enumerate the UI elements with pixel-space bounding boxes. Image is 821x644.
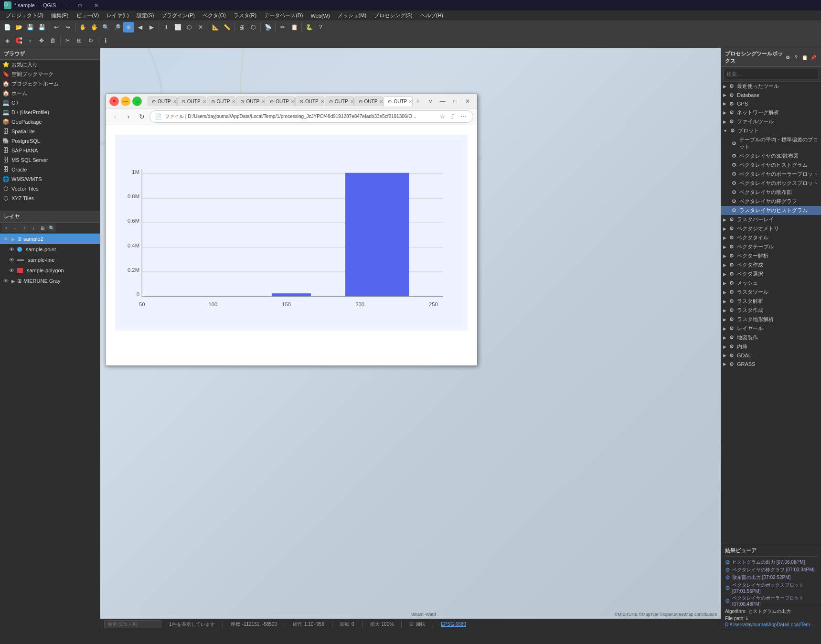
tb-snap[interactable]: 🧲 [13,35,24,46]
rp-settings-btn[interactable]: ⚙ [784,54,791,61]
rp-group-grass[interactable]: ▶ ⚙ GRASS [721,360,821,368]
layer-filter-btn[interactable]: 🔍 [47,224,56,232]
vis-icon-polygon[interactable]: 👁 [8,267,15,274]
addr-more-btn[interactable]: ⋯ [458,112,468,121]
vis-icon-point[interactable]: 👁 [8,246,15,253]
rp-group-file[interactable]: ▶ ⚙ ファイルツール [721,117,821,126]
tab-outp-7[interactable]: ⊙ OUTP ✕ [325,97,354,106]
map-area[interactable]: ©MIERUNE ©MapTiler ©OpenStreetMap contri… [100,48,721,619]
layer-sample-point[interactable]: 👁 sample-point [0,244,100,255]
tab-close-3[interactable]: ✕ [232,99,235,104]
tb-zoom-out[interactable]: 🔎 [112,22,122,32]
bw-win-minimize[interactable]: — [437,96,448,107]
tb-move[interactable]: ✥ [36,35,47,46]
layer-group-btn[interactable]: ⊞ [38,224,47,232]
tab-close-9[interactable]: ✕ [409,99,413,104]
rp-group-recent[interactable]: ▶ ⚙ 最近使ったツール [721,82,821,91]
browser-item-vector-tiles[interactable]: ⬡ Vector Tiles [0,184,100,193]
menu-view[interactable]: ビュー(V) [73,11,103,20]
rp-group-raster-terrain[interactable]: ▶ ⚙ ラスタ地形解析 [721,315,821,324]
nav-back-button[interactable]: ‹ [109,111,121,122]
nav-forward-button[interactable]: › [123,111,134,122]
result-item-4[interactable]: ⚙ ベクタレイヤのボックスプロット [07:01:56PM] [725,581,817,594]
browser-item-c-drive[interactable]: 💻 C:\ [0,98,100,107]
layer-remove-btn[interactable]: − [11,224,20,232]
tab-outp-1[interactable]: ⊙ OUTP ✕ [148,97,177,106]
tb-identify[interactable]: ℹ [161,22,171,32]
rp-group-gps[interactable]: ▶ ⚙ GPS [721,99,821,108]
address-bar[interactable]: 📄 ファイル | D:/Users/dayjournal/AppData/Loc… [149,110,473,123]
tab-outp-4[interactable]: ⊙ OUTP ✕ [236,97,265,106]
rp-group-raster-tools[interactable]: ▶ ⚙ ラスタツール [721,288,821,297]
tb-zoom-extent[interactable]: ⊕ [123,22,134,32]
tab-close-4[interactable]: ✕ [261,99,265,104]
rp-group-vector-tile[interactable]: ▶ ⚙ ベクタタイル [721,233,821,242]
layer-sample-line[interactable]: 👁 sample-line [0,255,100,265]
search-status-item[interactable] [104,620,161,628]
menu-vector[interactable]: ベクタ(O) [199,11,230,20]
addr-bookmark-btn[interactable]: ☆ [437,112,447,121]
tb-help[interactable]: ? [315,22,326,32]
rp-group-mesh[interactable]: ▶ ⚙ メッシュ [721,279,821,288]
browser-item-oracle[interactable]: 🗄 Oracle [0,165,100,174]
rp-group-raster-create[interactable]: ▶ ⚙ ラスタ作成 [721,306,821,315]
tb-zoom-in[interactable]: 🔍 [100,22,111,32]
tab-close-2[interactable]: ✕ [203,99,206,104]
rp-item-vector-scatter[interactable]: ⚙ ベクタレイヤの散布図 [721,188,821,197]
render-checkbox[interactable]: ☑ [409,622,414,627]
tb-split[interactable]: ✂ [63,35,73,46]
tb-attribute[interactable]: 📋 [289,22,299,32]
tb-save[interactable]: 💾 [25,22,35,32]
layer-up-btn[interactable]: ↑ [20,224,29,232]
rp-item-raster-hist[interactable]: ⚙ ラスタレイヤのヒストグラム [721,206,821,215]
rp-help-btn[interactable]: ? [792,54,800,61]
tab-outp-3[interactable]: ⊙ OUTP ✕ [207,97,236,106]
menu-settings[interactable]: 設定(S) [133,11,158,20]
close-button[interactable]: ✕ [88,0,104,11]
bw-minimize-button[interactable]: — [121,97,130,106]
rp-item-vector-box[interactable]: ⚙ ベクタレイヤのボックスプロット [721,179,821,188]
tab-close-8[interactable]: ✕ [379,99,383,104]
rp-group-network[interactable]: ▶ ⚙ ネットワーク解析 [721,108,821,117]
rp-group-layer[interactable]: ▶ ⚙ レイヤール [721,324,821,333]
vis-icon-sample2[interactable]: 👁 [2,235,10,243]
tb-new[interactable]: 📄 [2,22,12,32]
rp-item-vector-polar[interactable]: ⚙ ベクタレイヤのポーラープロット [721,170,821,179]
result-item-5[interactable]: ⚙ ベクタレイヤのポーラープロット [07:00:48PM] [725,594,817,606]
browser-item-geopackage[interactable]: 📦 GeoPackage [0,117,100,127]
result-item-2[interactable]: ⚙ ベクタレイヤの棒グラフ [07:03:34PM] [725,566,817,574]
nav-refresh-button[interactable]: ↻ [136,111,148,122]
browser-item-mssql[interactable]: 🗄 MS SQL Server [0,155,100,165]
rp-group-raster-overlay[interactable]: ▶ ⚙ ラスタバーレイ [721,215,821,224]
layer-add-btn[interactable]: + [2,224,11,232]
result-item-1[interactable]: ⚙ ヒストグラムの出力 [07:06:08PM] [725,558,817,566]
browser-item-d-drive[interactable]: 💻 D:\ (UserProfile) [0,107,100,117]
rp-pin-btn[interactable]: 📌 [810,54,817,61]
rp-group-vector-table[interactable]: ▶ ⚙ ベクタテーブル [721,242,821,251]
browser-tree[interactable]: ⭐ お気に入り 🔖 空間ブックマーク 🏠 プロジェクトホーム 🏠 ホーム 💻 [0,60,100,211]
rp-group-gdal[interactable]: ▶ ⚙ GDAL [721,351,821,360]
tab-add-button[interactable]: + [413,96,423,107]
minimize-button[interactable]: — [56,0,71,11]
tb-merge[interactable]: ⊞ [74,35,85,46]
tb-pan-map[interactable]: 🖐 [89,22,99,32]
rp-item-vector-hist[interactable]: ⚙ ベクタレイヤのヒストグラム [721,161,821,170]
bw-win-chevron[interactable]: ∨ [425,96,436,107]
tb-edit-node[interactable]: ◈ [2,35,12,46]
rp-group-vector-select[interactable]: ▶ ⚙ ベクタ選択 [721,269,821,279]
browser-item-bookmarks[interactable]: 🔖 空間ブックマーク [0,69,100,79]
tb-select-polygon[interactable]: ⬡ [184,22,194,32]
epsg-status[interactable]: EPSG:6680 [441,622,466,627]
menu-mesh[interactable]: メッシュ(M) [334,11,371,20]
tb-undo[interactable]: ↩ [51,22,62,32]
tb-digitize[interactable]: ✏ [277,22,288,32]
tb-rotate[interactable]: ↻ [85,35,96,46]
bw-win-close[interactable]: ✕ [462,96,473,107]
rp-group-database[interactable]: ▶ ⚙ Database [721,91,821,99]
layer-mierune-gray[interactable]: 👁 ▶ ⊞ MIERUNE Gray [0,276,100,286]
layer-sample2[interactable]: 👁 ▶ ⊞ sample2 [0,234,100,244]
rp-item-vector-3d[interactable]: ⚙ ベクタレイヤの3D散布図 [721,151,821,161]
tab-outp-5[interactable]: ⊙ OUTP ✕ [266,97,295,106]
rp-group-vector-create[interactable]: ▶ ⚙ ベクタ作成 [721,260,821,269]
algo-link[interactable]: D:/Users/dayjournal/AppData/Local/Temp/1… [725,622,817,627]
